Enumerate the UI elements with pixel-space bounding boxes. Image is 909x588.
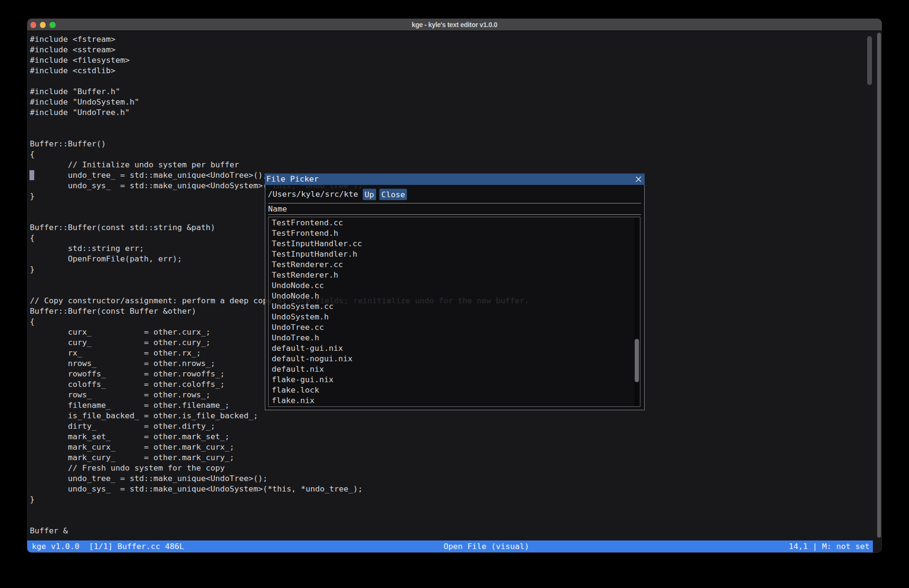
file-list: TestFrontend.ccTestFrontend.hTestInputHa… <box>268 217 640 407</box>
file-item[interactable]: UndoNode.h <box>269 291 634 301</box>
traffic-lights <box>30 19 56 31</box>
window-scrollbar[interactable] <box>877 33 881 538</box>
file-picker-dialog: File Picker /Users/kyle/src/kte Up Close… <box>265 174 645 410</box>
current-path: /Users/kyle/src/kte <box>268 189 358 200</box>
file-item[interactable]: UndoSystem.h <box>269 312 634 322</box>
column-header-name: Name <box>268 203 287 214</box>
file-item[interactable]: UndoSystem.cc <box>269 301 634 312</box>
code-line: #include "Buffer.h" <box>30 87 529 97</box>
code-line: #include "UndoTree.h" <box>30 107 529 118</box>
separator <box>268 203 641 203</box>
close-window-button[interactable] <box>30 22 36 28</box>
status-left: kge v1.0.0 [1/1] Buffer.cc 486L <box>32 541 184 552</box>
code-line: mark_cury_ = other.mark_cury_; <box>30 453 529 463</box>
file-item[interactable]: default-gui.nix <box>269 343 634 354</box>
code-line: #include <filesystem> <box>30 55 529 66</box>
code-line: is_file_backed_ = other.is_file_backed_; <box>30 411 529 421</box>
file-list-scrollbar-thumb[interactable] <box>635 339 639 383</box>
code-line: mark_set_ = other.mark_set_; <box>30 432 529 442</box>
status-right: 14,1 | M: not set <box>789 541 870 552</box>
window-title: kge - kyle's text editor v1.0.0 <box>27 21 882 29</box>
close-icon[interactable] <box>636 176 641 182</box>
file-picker-title: File Picker <box>266 174 319 184</box>
code-line: { <box>30 149 529 160</box>
code-line <box>30 118 529 128</box>
code-line <box>30 515 529 526</box>
file-picker-titlebar[interactable]: File Picker <box>265 174 645 185</box>
file-item[interactable]: TestFrontend.cc <box>269 218 634 228</box>
code-line: mark_curx_ = other.mark_curx_; <box>30 442 529 453</box>
editor-scrollbar-thumb[interactable] <box>867 36 872 86</box>
file-item[interactable]: TestRenderer.cc <box>269 260 634 270</box>
close-button[interactable]: Close <box>379 189 407 200</box>
code-line <box>30 505 529 515</box>
app-window: kge - kyle's text editor v1.0.0 #include… <box>27 19 882 553</box>
separator <box>268 214 641 215</box>
code-line: // Fresh undo system for the copy <box>30 463 529 473</box>
code-line <box>30 76 529 87</box>
up-button[interactable]: Up <box>363 189 377 200</box>
file-item[interactable]: UndoTree.cc <box>269 322 634 333</box>
code-line: #include <sstream> <box>30 45 529 55</box>
file-item[interactable]: flake-gui.nix <box>269 375 634 385</box>
code-line: // Initialize undo system per buffer <box>30 160 529 170</box>
file-picker-body: /Users/kyle/src/kte Up Close Name TestFr… <box>265 185 644 410</box>
file-list-scrollbar[interactable] <box>634 217 640 407</box>
file-item[interactable]: UndoTree.h <box>269 333 634 343</box>
zoom-window-button[interactable] <box>49 22 55 28</box>
file-item[interactable]: TestInputHandler.h <box>269 249 634 260</box>
code-line: dirty_ = other.dirty_; <box>30 421 529 432</box>
file-list-items: TestFrontend.ccTestFrontend.hTestInputHa… <box>269 218 634 406</box>
code-line: } <box>30 494 529 505</box>
file-item[interactable]: TestRenderer.h <box>269 270 634 280</box>
file-item[interactable]: default.nix <box>269 364 634 375</box>
file-item[interactable]: default-nogui.nix <box>269 354 634 364</box>
code-line: #include <fstream> <box>30 34 529 45</box>
code-line: undo_sys_ = std::make_unique<UndoSystem>… <box>30 484 529 494</box>
code-line: Buffer::Buffer() <box>30 139 529 149</box>
code-line: #include "UndoSystem.h" <box>30 97 529 107</box>
minimize-window-button[interactable] <box>40 22 46 28</box>
file-item[interactable]: TestFrontend.h <box>269 228 634 239</box>
code-line: Buffer & <box>30 526 529 536</box>
file-item[interactable]: UndoNode.cc <box>269 280 634 291</box>
status-bar: kge v1.0.0 [1/1] Buffer.cc 486L Open Fil… <box>27 540 873 552</box>
file-item[interactable]: flake.lock <box>269 385 634 395</box>
code-line: undo_tree_ = std::make_unique<UndoTree>(… <box>30 473 529 484</box>
file-item[interactable]: flake.nix <box>269 395 634 406</box>
file-item[interactable]: TestInputHandler.cc <box>269 239 634 249</box>
code-line: #include <cstdlib> <box>30 66 529 76</box>
status-mode: Open File (visual) <box>184 541 789 552</box>
code-line <box>30 128 529 139</box>
window-titlebar[interactable]: kge - kyle's text editor v1.0.0 <box>27 19 882 31</box>
